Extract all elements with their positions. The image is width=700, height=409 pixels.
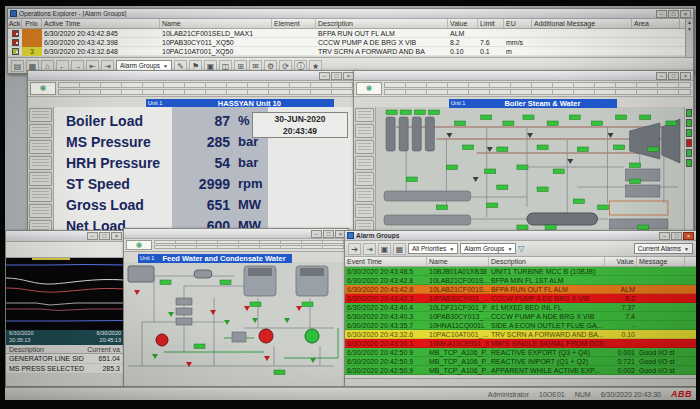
- maximize-button[interactable]: □: [671, 232, 682, 240]
- silence-icon[interactable]: ▣: [378, 243, 391, 255]
- ack-selected-icon[interactable]: ➔: [348, 243, 361, 255]
- sidebar-mini-button[interactable]: [29, 108, 52, 122]
- sidebar-mini-button[interactable]: [355, 108, 374, 122]
- column-header[interactable]: Active Time: [42, 19, 160, 28]
- close-button[interactable]: ×: [111, 232, 122, 240]
- sidebar-mini-button[interactable]: [29, 156, 52, 170]
- horizontal-scrollbar[interactable]: [345, 378, 696, 386]
- alarm-groups-titlebar[interactable]: Alarm Groups – □ ×: [345, 231, 696, 241]
- status-datetime: 6/30/2020 20:43:30: [601, 391, 661, 398]
- vertical-scrollbar[interactable]: ▲▼: [685, 19, 693, 57]
- minimize-button[interactable]: –: [656, 72, 667, 80]
- column-header[interactable]: Current va: [84, 345, 124, 353]
- window-title: Alarm Groups: [356, 232, 657, 239]
- minimize-button[interactable]: –: [659, 232, 670, 240]
- event-time: 6/30/2020 20:43:30.1: [345, 339, 427, 348]
- sidebar-mini-button[interactable]: [355, 204, 374, 218]
- report-icon[interactable]: ▤: [11, 60, 24, 72]
- toolbar-buttons-strip[interactable]: [58, 89, 354, 95]
- maximize-button[interactable]: □: [668, 10, 679, 18]
- feedwater-titlebar[interactable]: – □ ×: [124, 229, 348, 239]
- alarm-row[interactable]: 3 6/30/2020 20:43:32.648 10PAC10AT001_XQ…: [8, 47, 693, 56]
- sidebar-mini-button[interactable]: [29, 124, 52, 138]
- plant-logo: ❋: [126, 240, 152, 250]
- ack-checkbox[interactable]: [12, 48, 19, 55]
- column-header[interactable]: EU: [504, 19, 532, 28]
- tag-name: MB_TCP_A106_P...: [427, 357, 489, 366]
- limit: 7.6: [478, 38, 504, 47]
- column-header[interactable]: Value: [605, 257, 637, 266]
- trend-chart[interactable]: [6, 258, 124, 330]
- column-header[interactable]: Limit: [478, 19, 504, 28]
- group-dropdown[interactable]: Alarm Groups ▼: [460, 243, 516, 254]
- overview-titlebar[interactable]: – □ ×: [28, 71, 356, 81]
- event-time: 6/30/2020 20:42:50.9: [345, 348, 427, 357]
- priorities-dropdown[interactable]: All Priorities ▼: [408, 243, 458, 254]
- feedwater-mimic-diagram[interactable]: [124, 262, 348, 386]
- column-header[interactable]: Event Time: [345, 257, 427, 266]
- boiler-mimic-diagram[interactable]: [376, 107, 684, 235]
- minimize-button[interactable]: –: [87, 232, 98, 240]
- event-row[interactable]: 6/30/2020 20:42:50.9 MB_TCP_A106_P... AP…: [345, 366, 696, 375]
- minimize-button[interactable]: –: [656, 10, 667, 18]
- column-header[interactable]: Prio: [22, 19, 42, 28]
- boiler-titlebar[interactable]: – □ ×: [354, 71, 693, 81]
- event-list-rows: 6/30/2020 20:43:48.5 10BJB01A01XB38 UNIT…: [345, 267, 696, 375]
- overview-nav-sidebar: [28, 107, 54, 241]
- toolbar-buttons-strip[interactable]: [58, 82, 354, 88]
- close-button[interactable]: ×: [680, 10, 691, 18]
- column-header[interactable]: Description: [6, 345, 84, 353]
- sidebar-mini-button[interactable]: [29, 188, 52, 202]
- sidebar-mini-button[interactable]: [355, 172, 374, 186]
- column-header[interactable]: Area: [632, 19, 680, 28]
- trend-toolbar[interactable]: [6, 242, 124, 258]
- column-header[interactable]: Name: [427, 257, 489, 266]
- tag-name: 10LAB21CF001S...: [427, 276, 489, 285]
- ack-page-icon[interactable]: ⇥: [363, 243, 376, 255]
- maximize-button[interactable]: □: [331, 72, 342, 80]
- column-header[interactable]: Additional Message: [532, 19, 632, 28]
- ack-checkbox[interactable]: [12, 39, 19, 46]
- print-list-icon[interactable]: ▦: [393, 243, 406, 255]
- sidebar-mini-button[interactable]: [355, 140, 374, 154]
- message: Good I/O st: [637, 348, 685, 357]
- close-button[interactable]: ×: [683, 232, 694, 240]
- minimize-button[interactable]: –: [311, 230, 322, 238]
- toolbar-buttons-strip[interactable]: [384, 89, 691, 95]
- operations-explorer-titlebar[interactable]: Operations Explorer - [Alarm Groups] – □…: [8, 9, 693, 19]
- toolbar-buttons-strip[interactable]: [154, 245, 346, 249]
- maximize-button[interactable]: □: [668, 72, 679, 80]
- description: SIDE A ECON OUTLET FLUE GA...: [489, 321, 605, 330]
- column-header[interactable]: Description: [489, 257, 605, 266]
- column-header[interactable]: Message: [637, 257, 685, 266]
- column-header[interactable]: Ack: [8, 19, 22, 28]
- close-button[interactable]: ×: [680, 72, 691, 80]
- trend-row[interactable]: GENERATOR LINE SID... 651.04: [6, 354, 124, 364]
- sidebar-mini-button[interactable]: [355, 156, 374, 170]
- sidebar-mini-button[interactable]: [355, 124, 374, 138]
- description: APPARENT WHILE ACTIVE EXP...: [489, 366, 605, 375]
- trend-titlebar[interactable]: – □ ×: [6, 231, 124, 242]
- sidebar-mini-button[interactable]: [29, 204, 52, 218]
- column-header[interactable]: Element: [272, 19, 316, 28]
- column-header[interactable]: Description: [316, 19, 448, 28]
- column-header[interactable]: Value: [448, 19, 478, 28]
- tag-name: 10LDF21CF001_F: [427, 303, 489, 312]
- sidebar-mini-button[interactable]: [355, 188, 374, 202]
- maximize-button[interactable]: □: [99, 232, 110, 240]
- toolbar-buttons-strip[interactable]: [384, 82, 691, 88]
- toolbar-buttons-strip[interactable]: [154, 240, 346, 244]
- filter-funnel-icon[interactable]: ▽: [518, 244, 524, 254]
- trend-row[interactable]: MS PRESS SELECTED 285.3: [6, 364, 124, 374]
- active-time: 6/30/2020 20:43:42.845: [42, 29, 160, 38]
- ack-checkbox[interactable]: [12, 30, 19, 37]
- value: 8.2: [448, 38, 478, 47]
- sidebar-mini-button[interactable]: [29, 140, 52, 154]
- sidebar-mini-button[interactable]: [29, 172, 52, 186]
- column-header[interactable]: Name: [160, 19, 272, 28]
- maximize-button[interactable]: □: [323, 230, 334, 238]
- feedwater-banner-row: Unit 1 Feed Water and Condensate Water: [138, 253, 292, 263]
- current-alarms-selector[interactable]: Current Alarms ▼: [634, 243, 693, 254]
- event-list-header: Event Time Name Description Value Messag…: [345, 257, 696, 267]
- minimize-button[interactable]: –: [319, 72, 330, 80]
